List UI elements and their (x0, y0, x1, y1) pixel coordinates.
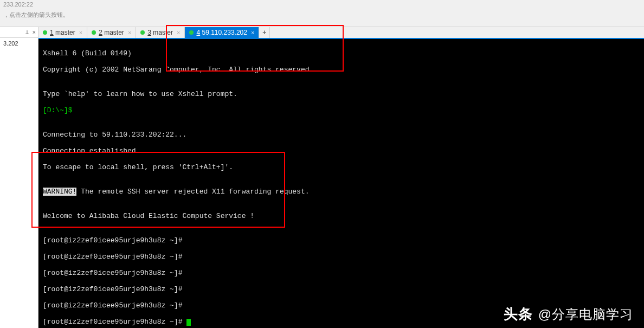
terminal-prompt: [root@iz2zef0icee95urje9h3u8z ~]# (43, 285, 640, 293)
tab-close-icon[interactable]: × (128, 29, 131, 36)
terminal-prompt: [root@iz2zef0icee95urje9h3u8z ~]# (43, 236, 640, 245)
session-panel: ⊥ × 3.202 (0, 27, 38, 328)
tab-number: 2 (99, 29, 102, 36)
tab-2[interactable]: 2 master × (87, 27, 136, 38)
tab-4[interactable]: 4 59.110.233.202 × (185, 27, 259, 38)
terminal-prompt: [root@iz2zef0icee95urje9h3u8z ~]# (43, 253, 640, 261)
window-title: 233.202:22 (3, 1, 641, 8)
terminal-line: Welcome to Alibaba Cloud Elastic Compute… (43, 212, 640, 220)
terminal-line: Type `help' to learn how to use Xshell p… (43, 90, 640, 98)
tab-number: 3 (147, 29, 151, 36)
tab-label: master (153, 29, 173, 36)
terminal-line: Xshell 6 (Build 0149) (43, 49, 640, 57)
watermark-text: @分享电脑学习 (538, 310, 633, 318)
tab-close-icon[interactable]: × (79, 29, 82, 36)
terminal-prompt: [D:\~]$ (43, 106, 640, 114)
tab-label: 59.110.233.202 (202, 29, 247, 36)
close-panel-icon[interactable]: × (32, 29, 36, 36)
tab-close-icon[interactable]: × (251, 29, 254, 36)
tab-label: master (55, 29, 75, 36)
status-dot-icon (43, 30, 47, 35)
pin-icon[interactable]: ⊥ (25, 29, 29, 36)
status-dot-icon (92, 30, 96, 35)
watermark: 头条 @分享电脑学习 (504, 310, 633, 318)
new-tab-button[interactable]: + (259, 27, 270, 38)
watermark-logo: 头条 (504, 310, 533, 318)
terminal-line: Connection established. (43, 147, 640, 155)
terminal-line: WARNING! The remote SSH server rejected … (43, 188, 640, 196)
panel-header: ⊥ × (0, 27, 38, 38)
tab-1[interactable]: 1 master × (38, 27, 87, 38)
terminal-line: Copyright (c) 2002 NetSarang Computer, I… (43, 66, 640, 74)
tab-number: 4 (196, 29, 200, 36)
status-dot-icon (189, 30, 194, 35)
tab-bar: 1 master × 2 master × 3 master × 4 59.11… (38, 27, 644, 39)
status-dot-icon (140, 30, 145, 35)
terminal-prompt: [root@iz2zef0icee95urje9h3u8z ~]# (43, 269, 640, 277)
tab-number: 1 (50, 29, 54, 36)
tab-3[interactable]: 3 master × (136, 27, 185, 38)
tab-close-icon[interactable]: × (177, 29, 180, 36)
tab-label: master (104, 29, 124, 36)
cursor-icon (186, 319, 191, 326)
hint-text: ，点击左侧的箭头按钮。 (3, 11, 641, 19)
terminal-line: Connecting to 59.110.233.202:22... (43, 131, 640, 139)
terminal-line: To escape to local shell, press 'Ctrl+Al… (43, 163, 640, 171)
session-item[interactable]: 3.202 (0, 38, 38, 49)
terminal[interactable]: Xshell 6 (Build 0149) Copyright (c) 2002… (38, 39, 644, 328)
titlebar-area: 233.202:22 ，点击左侧的箭头按钮。 (0, 0, 644, 27)
